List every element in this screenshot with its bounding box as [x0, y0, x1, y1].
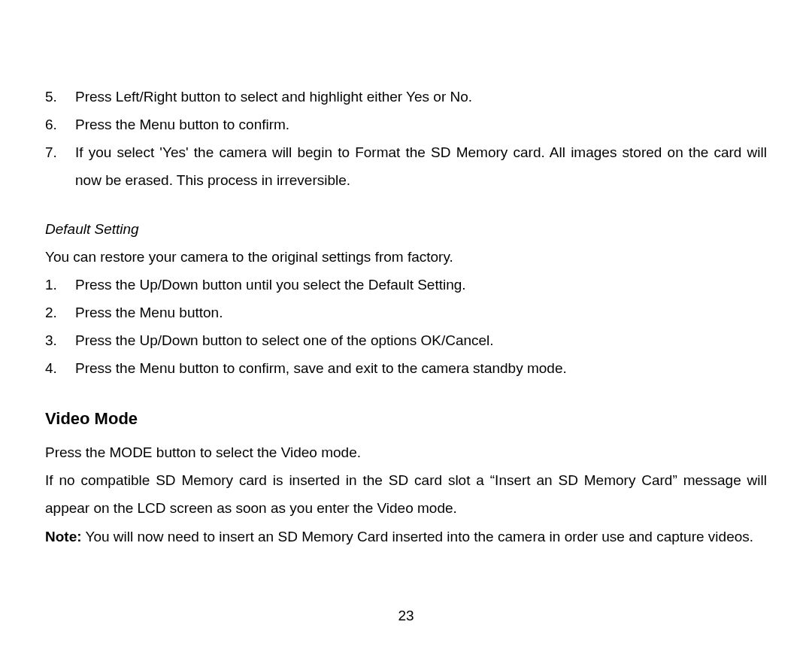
- list-text: Press the Up/Down button to select one o…: [75, 326, 767, 354]
- list-text: Press Left/Right button to select and hi…: [75, 83, 767, 111]
- list-item: 7. If you select 'Yes' the camera will b…: [45, 138, 767, 194]
- list-text: Press the Menu button.: [75, 299, 767, 326]
- page-number: 23: [0, 602, 812, 629]
- list-text: If you select 'Yes' the camera will begi…: [75, 138, 767, 194]
- list-text: Press the Menu button to confirm, save a…: [75, 354, 767, 382]
- document-page: 5. Press Left/Right button to select and…: [0, 0, 812, 649]
- default-setting-steps-list: 1. Press the Up/Down button until you se…: [45, 271, 767, 382]
- list-item: 3. Press the Up/Down button to select on…: [45, 326, 767, 354]
- list-item: 5. Press Left/Right button to select and…: [45, 83, 767, 111]
- note-text: You will now need to insert an SD Memory…: [82, 529, 753, 544]
- list-number: 5.: [45, 83, 75, 111]
- list-number: 3.: [45, 326, 75, 354]
- note-label: Note:: [45, 529, 82, 544]
- list-number: 2.: [45, 299, 75, 326]
- list-text: Press the Up/Down button until you selec…: [75, 271, 767, 299]
- list-item: 1. Press the Up/Down button until you se…: [45, 271, 767, 299]
- default-setting-intro: You can restore your camera to the origi…: [45, 243, 767, 271]
- list-text: Press the Menu button to confirm.: [75, 111, 767, 138]
- video-mode-heading: Video Mode: [45, 403, 767, 435]
- format-steps-list: 5. Press Left/Right button to select and…: [45, 83, 767, 194]
- video-mode-p2: If no compatible SD Memory card is inser…: [45, 466, 767, 522]
- list-item: 6. Press the Menu button to confirm.: [45, 111, 767, 138]
- list-number: 4.: [45, 354, 75, 382]
- list-item: 4. Press the Menu button to confirm, sav…: [45, 354, 767, 382]
- video-mode-p1: Press the MODE button to select the Vide…: [45, 438, 767, 466]
- default-setting-heading: Default Setting: [45, 215, 767, 243]
- list-item: 2. Press the Menu button.: [45, 299, 767, 326]
- video-mode-note: Note: You will now need to insert an SD …: [45, 523, 767, 550]
- list-number: 6.: [45, 111, 75, 138]
- list-number: 1.: [45, 271, 75, 299]
- list-number: 7.: [45, 138, 75, 194]
